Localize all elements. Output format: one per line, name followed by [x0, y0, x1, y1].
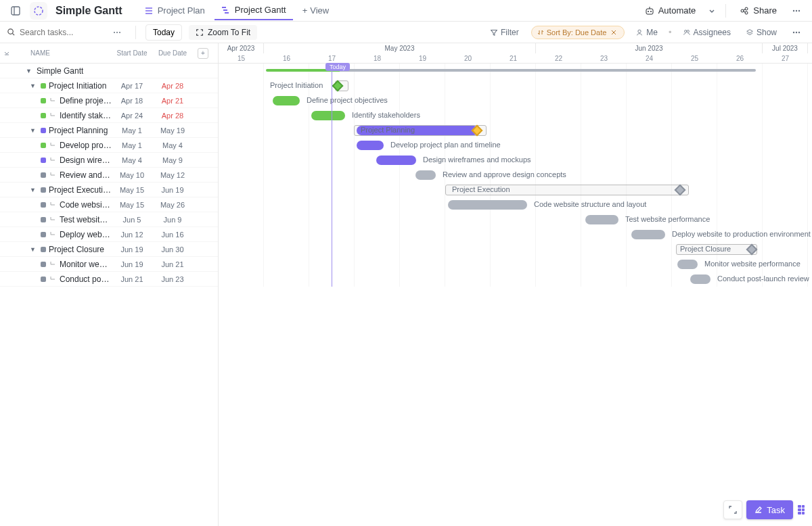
task-due-date[interactable]: Jun 21: [152, 260, 193, 268]
task-row[interactable]: Code website structure and layoutMay 15M…: [0, 197, 218, 212]
expand-fullscreen-button[interactable]: [723, 500, 742, 519]
task-due-date[interactable]: Apr 21: [152, 97, 193, 105]
robot-icon: [645, 6, 654, 16]
task-row[interactable]: Develop project plan and timelineMay 1Ma…: [0, 138, 218, 153]
search-options-button[interactable]: [108, 24, 126, 41]
svg-rect-0: [12, 7, 20, 15]
task-start-date[interactable]: May 1: [112, 126, 152, 135]
timeline-day: 22: [536, 53, 581, 64]
column-due-header[interactable]: Due Date: [152, 49, 193, 57]
task-bar[interactable]: [631, 230, 665, 239]
task-row[interactable]: Identify stakeholdersApr 24Apr 28: [0, 108, 218, 123]
more-menu-button[interactable]: [788, 2, 805, 20]
expand-all-icon[interactable]: [3, 50, 10, 57]
collapse-toggle[interactable]: ▼: [26, 68, 34, 74]
task-due-date[interactable]: May 4: [152, 141, 193, 149]
task-row[interactable]: Conduct post-launch reviewJun 21Jun 23: [0, 272, 218, 287]
task-name: Define project objectives: [60, 96, 112, 105]
task-row[interactable]: ▼Project PlanningMay 1May 19: [0, 123, 218, 138]
collapse-toggle[interactable]: ▼: [30, 187, 38, 193]
task-due-date[interactable]: Apr 28: [152, 82, 193, 90]
show-button[interactable]: Show: [742, 25, 781, 40]
status-indicator: [41, 98, 46, 103]
task-bar[interactable]: [415, 170, 436, 180]
task-bar[interactable]: [690, 274, 710, 284]
svg-point-29: [793, 31, 794, 32]
task-start-date[interactable]: May 10: [112, 171, 152, 179]
automate-button[interactable]: Automate: [639, 3, 702, 18]
task-due-date[interactable]: Apr 28: [152, 112, 193, 120]
automate-chevron[interactable]: [705, 4, 719, 18]
task-row[interactable]: ▼Project ClosureJun 19Jun 30: [0, 242, 218, 257]
me-filter-button[interactable]: Me: [631, 25, 662, 40]
task-start-date[interactable]: Apr 18: [112, 97, 152, 105]
tab-project-plan[interactable]: Project Plan: [137, 1, 212, 20]
today-button[interactable]: Today: [145, 24, 182, 41]
apps-grid-icon: [798, 505, 805, 515]
task-start-date[interactable]: Apr 24: [112, 112, 152, 120]
task-due-date[interactable]: Jun 9: [152, 216, 193, 224]
task-row[interactable]: ▼Simple Gantt: [0, 64, 218, 78]
search-input[interactable]: [20, 28, 87, 37]
task-bar[interactable]: [273, 96, 300, 105]
task-due-date[interactable]: Jun 30: [152, 245, 193, 254]
task-row[interactable]: Deploy website to production environment…: [0, 227, 218, 242]
column-name-header[interactable]: NAME: [14, 49, 112, 57]
task-due-date[interactable]: Jun 23: [152, 275, 193, 283]
task-row[interactable]: Design wireframes and mockupsMay 4May 9: [0, 153, 218, 168]
subtask-icon: [49, 112, 57, 120]
collapse-toggle[interactable]: ▼: [30, 246, 38, 253]
task-due-date[interactable]: Jun 19: [152, 186, 193, 194]
task-start-date[interactable]: May 15: [112, 201, 152, 209]
add-column-button[interactable]: +: [198, 48, 208, 59]
task-row[interactable]: Test website performanceJun 5Jun 9: [0, 212, 218, 227]
task-bar[interactable]: [677, 260, 698, 269]
task-start-date[interactable]: Jun 21: [112, 275, 152, 283]
tab-project-gantt[interactable]: Project Gantt: [215, 1, 293, 20]
new-task-button[interactable]: Task: [746, 500, 793, 519]
column-start-header[interactable]: Start Date: [112, 49, 152, 57]
task-bar[interactable]: [357, 141, 384, 150]
task-due-date[interactable]: May 12: [152, 171, 193, 179]
search-box[interactable]: [7, 28, 102, 37]
task-start-date[interactable]: Jun 19: [112, 260, 152, 268]
share-button[interactable]: Share: [733, 3, 784, 18]
task-due-date[interactable]: May 26: [152, 201, 193, 209]
task-due-date[interactable]: May 19: [152, 126, 193, 135]
assignees-button[interactable]: Assignees: [679, 25, 735, 40]
sidebar-toggle-icon[interactable]: [7, 2, 24, 20]
apps-button[interactable]: [797, 500, 805, 519]
sort-clear-button[interactable]: [609, 28, 618, 37]
task-row[interactable]: Review and approve design conceptsMay 10…: [0, 168, 218, 183]
task-start-date[interactable]: Apr 17: [112, 82, 152, 90]
sort-label: Sort By: Due Date: [547, 28, 607, 37]
task-row[interactable]: Monitor website performanceJun 19Jun 21: [0, 257, 218, 272]
svg-point-23: [114, 32, 115, 33]
collapse-toggle[interactable]: ▼: [30, 127, 38, 134]
task-start-date[interactable]: May 4: [112, 156, 152, 164]
collapse-toggle[interactable]: ▼: [30, 82, 38, 89]
add-view-label: View: [310, 5, 329, 16]
task-start-date[interactable]: Jun 5: [112, 216, 152, 224]
task-row[interactable]: ▼Project InitiationApr 17Apr 28: [0, 78, 218, 93]
task-bar[interactable]: [311, 111, 345, 120]
add-view-button[interactable]: + View: [296, 1, 336, 20]
task-due-date[interactable]: Jun 16: [152, 231, 193, 239]
task-bar[interactable]: [448, 200, 527, 210]
task-row[interactable]: Define project objectivesApr 18Apr 21: [0, 93, 218, 108]
task-start-date[interactable]: May 1: [112, 141, 152, 149]
timeline-day: 15: [219, 53, 264, 64]
subtask-icon: [49, 171, 57, 179]
sort-pill[interactable]: Sort By: Due Date: [531, 26, 625, 39]
task-start-date[interactable]: Jun 12: [112, 231, 152, 239]
task-start-date[interactable]: Jun 19: [112, 245, 152, 254]
task-bar[interactable]: [376, 156, 416, 165]
filter-button[interactable]: Filter: [484, 25, 524, 40]
task-due-date[interactable]: May 9: [152, 156, 193, 164]
task-bar[interactable]: [585, 215, 618, 224]
task-start-date[interactable]: May 15: [112, 186, 152, 194]
task-row[interactable]: ▼Project ExecutionMay 15Jun 19: [0, 183, 218, 197]
view-more-button[interactable]: [788, 24, 805, 41]
today-marker-badge: Today: [325, 63, 350, 71]
zoom-to-fit-button[interactable]: Zoom To Fit: [189, 25, 257, 40]
